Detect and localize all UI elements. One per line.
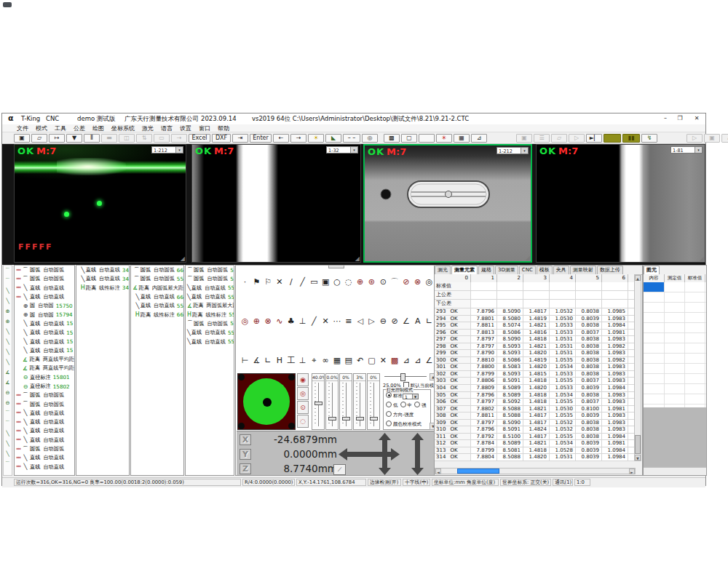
radio-icon[interactable] [414,402,420,407]
light-slider[interactable]: 40.0% [312,373,325,430]
element-row[interactable] [644,384,706,394]
table-tab[interactable]: 3D测量 [495,266,518,274]
toolbar-button-chart[interactable]: ⊿ [471,134,487,143]
feature-row[interactable]: ***╲直线自动直线 [15,426,74,435]
palette-tool-icon[interactable]: ∟ [424,314,435,330]
toolbar-button-run-to-end[interactable]: ►▏ [586,134,602,143]
palette-tool-icon[interactable]: ◎ [240,314,250,330]
menu-item[interactable]: 坐标系统 [111,124,135,132]
table-row[interactable]: 313OK7.87998.50811.48181.05280.80391.098… [435,447,636,455]
toolbar-button-pattern[interactable]: ▩ [384,134,400,143]
palette-tool-icon[interactable]: ⚐ [263,274,274,290]
feature-row[interactable]: ⌒圆弧自动圆弧55 [186,274,234,283]
palette-tool-icon[interactable]: H [274,353,285,369]
palette-tool-icon[interactable]: ≡ [343,314,354,330]
table-row[interactable]: 308OK7.88118.50881.48171.05350.80391.098… [435,412,636,420]
palette-tool-icon[interactable]: ⊕ [355,274,365,290]
toolbar-button-light[interactable]: ☀ [308,134,324,143]
palette-tool-icon[interactable]: ◎ [424,274,435,290]
element-column-header[interactable]: 内容 [644,274,665,282]
toolbar-button-matrix-code[interactable]: ▦ [454,134,470,143]
palette-tool-icon[interactable]: ⊿ [400,353,411,369]
radio-icon[interactable] [400,402,406,407]
palette-tool-icon[interactable]: ⊗ [263,314,274,330]
feature-row[interactable]: ***╲直线自动直线 [15,436,74,445]
feature-row[interactable]: ***╲直线自动直线 [15,453,74,462]
gutter-step-icon[interactable]: ╲ [4,296,12,306]
feature-row[interactable]: ∡距离内圆弧最大距 [131,284,183,292]
element-row[interactable] [644,364,706,374]
menu-item[interactable]: 设置 [180,124,191,132]
gutter-step-icon[interactable]: ⊕ [4,316,12,327]
palette-tool-icon[interactable]: ⌒ [389,274,400,290]
menu-item[interactable]: 语言 [161,124,173,132]
master-slider-track[interactable] [384,376,427,377]
resize-grip-icon[interactable]: ◢ [355,255,360,262]
toolbar-button-zoom[interactable]: ◎ [362,134,378,143]
gutter-step-icon[interactable]: ╲ [4,428,12,439]
light-slider[interactable]: 3% [353,373,366,430]
table-row[interactable]: 309OK7.87978.50901.48171.05320.80381.098… [435,420,636,427]
feature-row[interactable]: ∡距离两直线平均距 [15,355,74,364]
feature-row[interactable]: ╲直线自动直线66 [131,292,183,301]
gutter-step-icon[interactable]: ╲ [4,347,12,357]
toolbar-button-excel-export[interactable]: Excel [189,134,210,143]
table-row[interactable]: 310OK7.87968.50911.48241.05320.80381.098… [435,426,636,434]
table-tab[interactable]: 测光 [435,266,451,274]
feature-row[interactable]: H距离线性标注66 [131,310,183,319]
element-tab[interactable]: 图元 [644,266,660,274]
feature-row[interactable]: ╲直线自动直线15 [15,337,74,346]
palette-tool-icon[interactable]: ✕ [320,314,331,330]
light-slider[interactable]: 0% [367,373,380,430]
feature-row[interactable]: ***╲直线自动直线 [15,284,74,292]
element-row[interactable] [644,374,706,384]
palette-tool-icon[interactable]: ∠ [424,353,435,369]
slider-thumb[interactable] [342,417,350,420]
table-special-row[interactable]: 标准值 [435,282,636,291]
camera-select[interactable]: 1-81▾ [670,146,703,154]
toolbar-button-export-to[interactable]: ⇥ [232,134,248,143]
camera-view-4[interactable]: OKM:71-81▾◢ [536,144,705,263]
palette-tool-icon[interactable]: ∡ [251,353,262,369]
table-column-header[interactable]: 3 [523,274,550,282]
window-minimize-button[interactable]: – [660,114,671,123]
vscroll-thumb[interactable] [635,435,641,454]
camera-view-3[interactable]: OKM:71-212▾◢ [363,144,532,263]
table-row[interactable]: 297OK7.87978.50901.48181.05310.80381.098… [435,336,636,343]
radio-icon[interactable] [386,411,392,417]
menu-item[interactable]: 文件 [17,124,28,132]
gutter-step-icon[interactable]: ⌒ [4,459,12,469]
radio-icon[interactable] [386,402,392,407]
feature-row[interactable]: ***╲直线自动直线 [15,418,74,426]
table-row[interactable]: 312OK7.87848.50891.48211.05340.80391.098… [435,440,636,447]
light-slider[interactable]: 0% [339,373,352,430]
master-slider-thumb[interactable] [400,373,405,381]
table-column-header[interactable]: 4 [550,274,576,282]
feature-row[interactable]: ╲直线自动直线15 [15,346,74,355]
table-row[interactable]: 311OK7.87928.51001.48171.05350.80381.098… [435,434,636,441]
table-row[interactable]: 296OK7.88138.50861.48161.05330.80371.098… [435,330,636,337]
palette-tool-icon[interactable]: ▦ [332,353,343,369]
feature-row[interactable]: ╲直线自动直线34 [76,266,129,274]
element-row[interactable] [644,394,706,404]
table-row[interactable]: 305OK7.87968.50891.48181.05340.80381.098… [435,392,636,399]
toolbar-button-probe[interactable]: ▼ [66,134,82,143]
element-column-header[interactable]: 标准值 [685,274,705,282]
scroll-left-icon[interactable]: ◄ [435,469,441,474]
title-bar[interactable]: αT-KingCNCdemo 测试版广东天行测量技术有限公司2023.09.14… [2,113,705,125]
gutter-step-icon[interactable]: ╲ [4,449,12,459]
toolbar-button-stage-move[interactable]: ↦ [49,134,65,143]
toolbar-button-save[interactable]: ▣ [14,134,30,143]
palette-tool-icon[interactable]: ▷ [366,314,377,330]
menu-item[interactable]: 模式 [36,124,47,132]
toolbar-button-open[interactable]: ▱ [31,134,47,143]
table-row[interactable]: 303OK7.88068.50911.48181.05350.80371.098… [435,378,636,385]
toolbar-button-forward[interactable]: → [290,134,306,143]
palette-tool-icon[interactable]: ↶ [355,353,365,369]
feature-row[interactable]: ***⌒圆弧自动圆弧 [15,445,74,453]
mode-color-option[interactable]: 颜色校准模式 [386,420,430,428]
feature-row[interactable]: ╲直线自动直线55 [186,292,234,301]
feature-row[interactable]: ╲直线自动直线34 [76,274,129,283]
toolbar-button-dxf-export[interactable]: DXF [212,134,231,143]
feature-row[interactable]: ╲直线自动直线15 [15,319,74,328]
